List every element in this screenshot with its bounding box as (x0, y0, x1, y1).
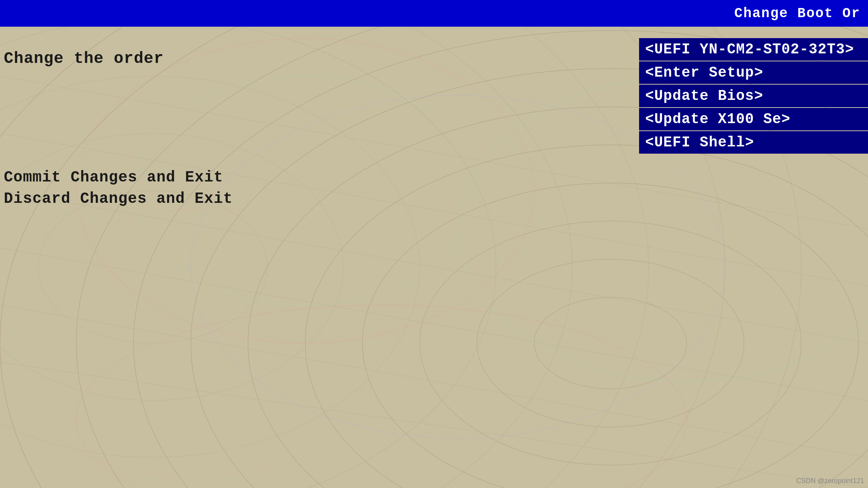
boot-item-1[interactable]: <Enter Setup> (639, 61, 868, 84)
boot-item-2[interactable]: <Update Bios> (639, 85, 868, 107)
main-content: Change the order Commit Changes and Exit… (0, 27, 868, 488)
discard-changes-action[interactable]: Discard Changes and Exit (4, 188, 233, 210)
boot-item-0[interactable]: <UEFI YN-CM2-ST02-32T3> (639, 38, 868, 61)
watermark: CSDN @zeropoint121 (796, 477, 864, 485)
boot-item-4[interactable]: <UEFI Shell> (639, 131, 868, 154)
header-bar: Change Boot Or (0, 0, 868, 27)
bottom-actions: Commit Changes and Exit Discard Changes … (4, 167, 233, 210)
change-order-label: Change the order (4, 50, 233, 68)
boot-order-list: <UEFI YN-CM2-ST02-32T3> <Enter Setup> <U… (639, 38, 868, 154)
commit-changes-action[interactable]: Commit Changes and Exit (4, 167, 233, 188)
header-title: Change Boot Or (734, 6, 860, 21)
boot-item-3[interactable]: <Update X100 Se> (639, 108, 868, 130)
left-section: Change the order Commit Changes and Exit… (4, 50, 233, 210)
